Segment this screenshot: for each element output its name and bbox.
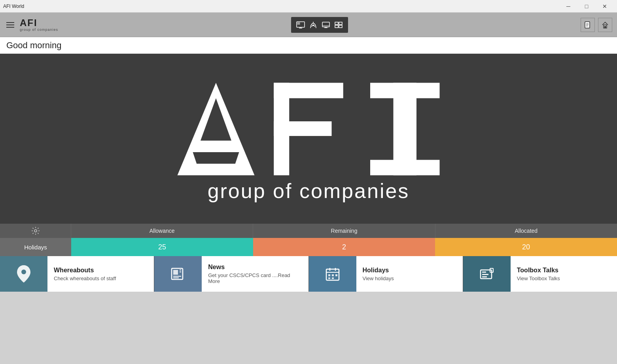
card-news[interactable]: News Get your CSCS/CPCS card ....Read Mo… <box>154 256 308 292</box>
broadcast-icon-button[interactable] <box>308 19 319 30</box>
svg-rect-3 <box>297 23 300 25</box>
settings-icon <box>31 226 40 235</box>
holidays-title: Holidays <box>363 267 456 274</box>
logo-sub-text: group of companies <box>20 28 58 32</box>
logo-main-text: AFI <box>20 18 38 28</box>
card-holidays[interactable]: Holidays View holidays <box>309 256 463 292</box>
stats-allocated-label: Allocated <box>435 224 617 238</box>
news-content: News Get your CSCS/CPCS card ....Read Mo… <box>202 256 308 292</box>
values-bar: Holidays 25 2 20 <box>0 238 617 256</box>
card-whereabouts[interactable]: Whereabouts Check whereabouts of staff <box>0 256 154 292</box>
toolbar: AFI group of companies <box>0 13 617 37</box>
grid-icon-button[interactable] <box>333 19 344 30</box>
whereabouts-icon <box>0 256 47 292</box>
holidays-desc: View holidays <box>363 275 456 281</box>
svg-marker-21 <box>193 152 239 164</box>
monitor-icon-button[interactable] <box>295 19 306 30</box>
minimize-button[interactable]: ─ <box>559 0 577 13</box>
svg-rect-41 <box>328 274 330 276</box>
svg-rect-43 <box>335 274 337 276</box>
svg-rect-28 <box>370 160 440 175</box>
svg-rect-48 <box>482 274 488 275</box>
stats-icon-cell <box>0 224 71 238</box>
svg-rect-49 <box>482 276 487 277</box>
title-bar-controls: ─ □ ✕ <box>559 0 614 13</box>
toolbox-title: Toolbox Talks <box>517 267 611 274</box>
close-button[interactable]: ✕ <box>596 0 614 13</box>
svg-rect-13 <box>339 25 342 28</box>
news-title: News <box>208 264 302 271</box>
val-remaining-value: 2 <box>253 238 435 256</box>
greeting-bar: Good morning <box>0 37 617 54</box>
afi-logo: AFI group of companies <box>20 18 58 32</box>
svg-rect-11 <box>339 22 342 25</box>
svg-rect-19 <box>604 26 606 28</box>
title-bar: AFI World ─ □ ✕ <box>0 0 617 13</box>
hero-section: group of companies <box>0 54 617 224</box>
toolbar-right-icons <box>581 18 612 32</box>
val-holidays-label: Holidays <box>0 238 71 256</box>
title-bar-left: AFI World <box>3 4 24 9</box>
greeting-text: Good morning <box>6 40 61 51</box>
whereabouts-desc: Check whereabouts of staff <box>54 275 148 281</box>
svg-rect-44 <box>328 277 330 279</box>
svg-rect-32 <box>173 270 178 275</box>
svg-rect-47 <box>482 272 486 273</box>
news-icon <box>154 256 202 292</box>
toolbar-left: AFI group of companies <box>5 18 58 32</box>
maximize-button[interactable]: □ <box>577 0 596 13</box>
display-icon-button[interactable] <box>320 19 331 30</box>
hero-logo: group of companies <box>154 75 463 203</box>
svg-point-29 <box>34 230 37 232</box>
svg-point-30 <box>21 270 26 274</box>
holidays-content: Holidays View holidays <box>356 256 463 292</box>
svg-rect-42 <box>332 274 334 276</box>
hero-subtitle: group of companies <box>208 179 410 203</box>
svg-rect-10 <box>335 22 338 25</box>
toolbox-icon <box>463 256 511 292</box>
toolbar-center-icons <box>291 17 348 33</box>
whereabouts-title: Whereabouts <box>54 267 148 274</box>
holidays-icon <box>309 256 356 292</box>
svg-rect-25 <box>274 121 331 136</box>
toolbox-content: Toolbox Talks View Toolbox Talks <box>511 256 617 292</box>
svg-rect-12 <box>335 25 338 28</box>
val-allocated-value: 20 <box>435 238 617 256</box>
val-allowance-value: 25 <box>71 238 253 256</box>
stats-allowance-label: Allowance <box>71 224 253 238</box>
whereabouts-content: Whereabouts Check whereabouts of staff <box>47 256 154 292</box>
hero-afi-svg <box>154 75 463 183</box>
stats-remaining-label: Remaining <box>253 224 435 238</box>
cards-row: Whereabouts Check whereabouts of staff N… <box>0 256 617 292</box>
page-icon-button[interactable] <box>581 18 595 32</box>
toolbox-desc: View Toolbox Talks <box>517 275 611 281</box>
card-toolbox[interactable]: Toolbox Talks View Toolbox Talks <box>463 256 617 292</box>
svg-rect-45 <box>332 277 334 279</box>
news-desc: Get your CSCS/CPCS card ....Read More <box>208 272 302 284</box>
home-icon-button[interactable] <box>598 18 612 32</box>
window-title: AFI World <box>3 4 24 9</box>
hamburger-menu[interactable] <box>5 21 16 29</box>
stats-bar: Allowance Remaining Allocated <box>0 224 617 238</box>
svg-rect-6 <box>322 22 329 27</box>
